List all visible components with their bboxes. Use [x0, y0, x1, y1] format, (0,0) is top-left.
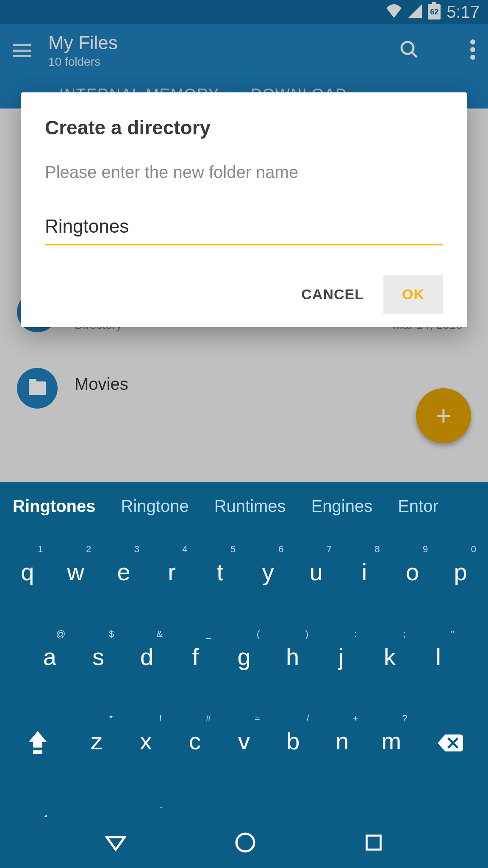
key-g[interactable]: (g: [220, 643, 269, 670]
key-t[interactable]: 5t: [196, 558, 244, 586]
screen: 62 5:17 My Files 10 folders INTERNAL MEM…: [0, 0, 488, 868]
key-i[interactable]: 8i: [340, 558, 388, 586]
key-y[interactable]: 6y: [244, 558, 292, 586]
ok-button[interactable]: OK: [383, 275, 443, 314]
key-q[interactable]: 1q: [3, 558, 52, 586]
key-w[interactable]: 2w: [52, 558, 100, 586]
create-directory-dialog: Create a directory Please enter the new …: [21, 92, 467, 327]
backspace-icon: [437, 728, 464, 754]
svg-rect-5: [33, 751, 42, 754]
key-h[interactable]: )h: [268, 643, 317, 670]
cancel-button[interactable]: CANCEL: [286, 275, 379, 314]
dialog-title: Create a directory: [45, 116, 443, 139]
key-x[interactable]: !x: [121, 727, 170, 755]
key-n[interactable]: +n: [318, 727, 367, 755]
home-button[interactable]: [235, 832, 256, 853]
shift-key[interactable]: [3, 727, 72, 755]
back-button[interactable]: [105, 832, 126, 853]
suggestion[interactable]: Ringtone: [121, 497, 189, 516]
key-e[interactable]: 3e: [100, 558, 148, 586]
key-o[interactable]: 9o: [388, 558, 437, 586]
svg-rect-7: [367, 836, 381, 850]
key-b[interactable]: /b: [269, 727, 318, 755]
key-f[interactable]: _f: [171, 643, 220, 670]
key-m[interactable]: ?m: [367, 727, 416, 755]
suggestion[interactable]: Runtimes: [214, 497, 286, 516]
svg-point-6: [236, 834, 254, 851]
key-r[interactable]: 4r: [148, 558, 196, 586]
key-s[interactable]: $s: [74, 643, 123, 670]
dialog-description: Please enter the new folder name: [45, 163, 443, 182]
key-z[interactable]: *z: [72, 727, 121, 755]
key-c[interactable]: #c: [170, 727, 219, 755]
nav-bar: [0, 817, 488, 868]
key-l[interactable]: "l: [414, 643, 463, 670]
folder-name-input[interactable]: [45, 216, 443, 237]
backspace-key[interactable]: [416, 727, 485, 755]
suggestion[interactable]: Ringtones: [13, 497, 96, 516]
key-d[interactable]: &d: [122, 643, 171, 670]
key-j[interactable]: :j: [317, 643, 366, 670]
key-a[interactable]: @a: [25, 643, 74, 670]
suggestion-bar: Ringtones Ringtone Runtimes Engines Ento…: [0, 482, 488, 530]
key-v[interactable]: =v: [219, 727, 269, 755]
suggestion[interactable]: Engines: [311, 497, 373, 516]
soft-keyboard: Ringtones Ringtone Runtimes Engines Ento…: [0, 482, 488, 868]
key-k[interactable]: ;k: [366, 643, 414, 670]
shift-icon: [27, 728, 49, 754]
key-u[interactable]: 7u: [292, 558, 341, 586]
suggestion[interactable]: Entor: [398, 497, 438, 516]
recents-button[interactable]: [364, 833, 383, 852]
key-p[interactable]: 0p: [436, 558, 485, 586]
